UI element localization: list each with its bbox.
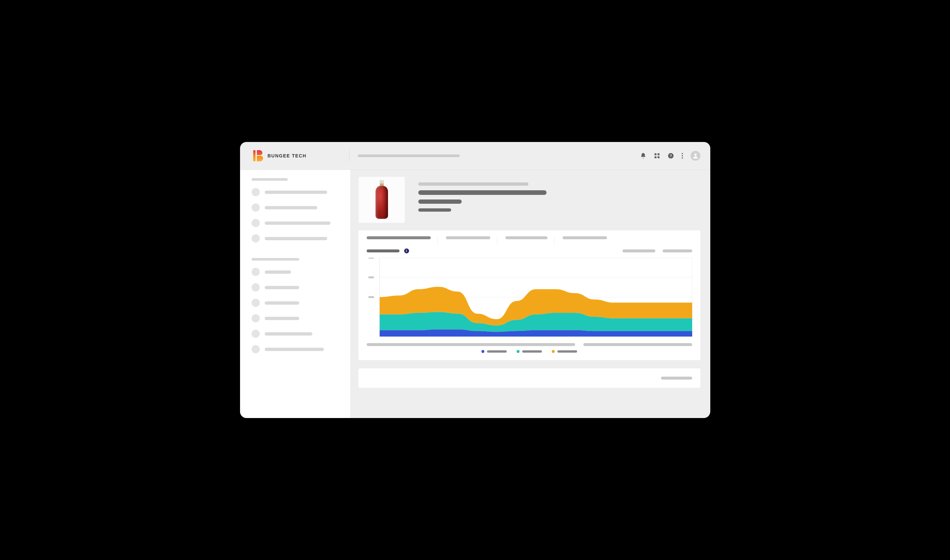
svg-point-7: [682, 155, 683, 157]
sidebar-section-title-1: [251, 178, 288, 181]
help-icon[interactable]: ?: [668, 152, 674, 159]
sidebar-item-label: [265, 286, 299, 289]
svg-rect-1: [657, 154, 659, 155]
sidebar-item[interactable]: [251, 268, 339, 276]
svg-text:?: ?: [669, 154, 672, 158]
sidebar-bullet-icon: [251, 330, 260, 338]
svg-point-9: [694, 154, 697, 156]
svg-rect-2: [654, 157, 656, 158]
sidebar-bullet-icon: [251, 203, 260, 212]
legend-label: [557, 350, 577, 352]
svg-point-6: [682, 153, 683, 154]
sidebar-item[interactable]: [251, 299, 339, 307]
sidebar-item[interactable]: [251, 314, 339, 322]
sidebar-bullet-icon: [251, 188, 260, 196]
sidebar-item-label: [265, 302, 299, 305]
sidebar: [240, 170, 350, 418]
chart-footer-bars: [358, 343, 700, 350]
legend-item[interactable]: [481, 350, 507, 353]
bell-icon[interactable]: [640, 152, 646, 159]
app-header: BUNGEE TECH ?: [240, 142, 710, 170]
sidebar-item[interactable]: [251, 330, 339, 338]
sidebar-item[interactable]: [251, 283, 339, 291]
sidebar-item-label: [265, 348, 324, 351]
product-meta: [418, 177, 700, 223]
header-divider: [349, 150, 350, 162]
svg-rect-11: [368, 276, 374, 278]
legend-label: [487, 350, 507, 352]
svg-rect-10: [368, 258, 374, 258]
tab-label: [446, 236, 490, 239]
svg-rect-12: [368, 296, 374, 298]
logo-icon: [253, 150, 263, 162]
chart-action[interactable]: [623, 249, 655, 252]
more-icon[interactable]: [681, 152, 683, 159]
sidebar-item[interactable]: [251, 219, 339, 227]
sidebar-bullet-icon: [251, 268, 260, 276]
avatar[interactable]: [691, 151, 700, 161]
sidebar-bullet-icon: [251, 314, 260, 322]
sidebar-item-label: [265, 271, 291, 274]
tab[interactable]: [506, 236, 554, 245]
sidebar-section-title-2: [251, 258, 299, 261]
sidebar-item-label: [265, 317, 299, 320]
tab[interactable]: [446, 236, 497, 245]
brand-logo[interactable]: BUNGEE TECH: [253, 150, 307, 162]
sidebar-item[interactable]: [251, 188, 339, 196]
app-window: BUNGEE TECH ?: [240, 142, 710, 418]
svg-rect-0: [654, 154, 656, 155]
sidebar-item[interactable]: [251, 203, 339, 212]
legend-label: [522, 350, 542, 352]
legend-dot-icon: [552, 350, 555, 353]
product-header: [358, 177, 710, 223]
chart-action[interactable]: [663, 249, 692, 252]
legend-dot-icon: [517, 350, 520, 353]
info-icon[interactable]: i: [404, 248, 409, 253]
secondary-card: [358, 368, 700, 388]
main-content: i: [350, 170, 710, 418]
chart-card: i: [358, 230, 700, 360]
brand-name: BUNGEE TECH: [268, 153, 307, 158]
tab[interactable]: [563, 236, 614, 245]
header-icon-group: ?: [640, 151, 700, 161]
product-detail: [418, 208, 451, 212]
product-category: [418, 182, 529, 186]
legend-dot-icon: [481, 350, 484, 353]
tab[interactable]: [367, 236, 438, 245]
chart-title: i: [367, 248, 409, 253]
search-input[interactable]: [358, 154, 460, 157]
legend-item[interactable]: [517, 350, 542, 353]
svg-point-8: [682, 157, 683, 159]
sidebar-item-label: [265, 206, 317, 209]
tab-label: [506, 236, 547, 239]
footer-bar-2: [583, 343, 692, 346]
tab-bar: [358, 230, 700, 245]
sidebar-item-label: [265, 222, 330, 225]
product-image[interactable]: [358, 177, 405, 223]
bottle-icon: [375, 180, 389, 220]
sidebar-bullet-icon: [251, 283, 260, 291]
tab-label: [367, 236, 431, 239]
sidebar-item[interactable]: [251, 234, 339, 243]
sidebar-bullet-icon: [251, 299, 260, 307]
area-chart: [367, 258, 692, 338]
secondary-card-action[interactable]: [661, 377, 692, 380]
sidebar-item-label: [265, 237, 327, 240]
legend-item[interactable]: [552, 350, 577, 353]
sidebar-item[interactable]: [251, 345, 339, 353]
apps-icon[interactable]: [654, 152, 660, 159]
sidebar-bullet-icon: [251, 345, 260, 353]
sidebar-bullet-icon: [251, 219, 260, 227]
sidebar-item-label: [265, 332, 312, 335]
chart-legend: [358, 350, 700, 360]
sidebar-bullet-icon: [251, 234, 260, 243]
tab-label: [563, 236, 607, 239]
footer-bar-1: [367, 343, 575, 346]
product-title: [418, 190, 546, 195]
product-subtitle: [418, 200, 462, 204]
sidebar-item-label: [265, 191, 327, 194]
svg-rect-3: [657, 157, 659, 158]
